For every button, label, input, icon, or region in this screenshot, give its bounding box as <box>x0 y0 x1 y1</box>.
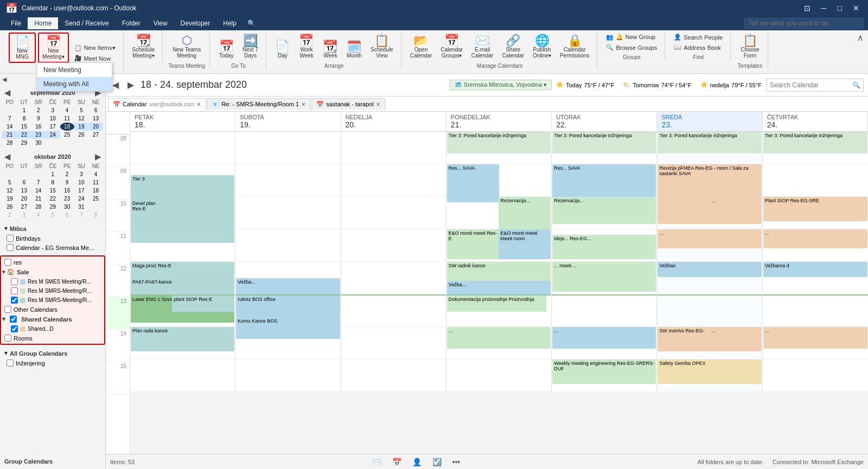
ponedeljak-14[interactable]: ... <box>446 327 551 359</box>
petak-14[interactable]: Plan rada kance <box>130 327 235 359</box>
month-view-button[interactable]: 🗓️ Month <box>343 38 365 61</box>
calendar-eg-item[interactable]: Calendar - EG Sremska Me... <box>4 243 101 252</box>
nav-more-btn[interactable]: ••• <box>449 457 464 467</box>
sale-item-3[interactable]: Res M SMRS-Meeting/R... <box>2 295 103 305</box>
dropdown-new-meeting[interactable]: New Meeting <box>37 63 112 77</box>
event-misc-ce[interactable]: ... <box>763 229 867 248</box>
inzenjering-item[interactable]: Inženjering <box>4 358 101 368</box>
tab-folder[interactable]: Folder <box>116 17 147 29</box>
sale-checkbox-2[interactable] <box>11 287 18 294</box>
ponedeljak-11[interactable]: E&O monti meeti Res-E E&O monti meeti Me… <box>446 229 551 262</box>
cetvrtak-10[interactable]: Plant SIOP Res-EG-SRE <box>763 197 868 229</box>
rooms-checkbox[interactable] <box>4 335 11 342</box>
inzenjering-checkbox[interactable] <box>7 359 14 367</box>
tab-re-meeting[interactable]: 📧 Re: - SMRS-Meeting/Room 1 ✕ <box>207 98 310 110</box>
cetvrtak-11[interactable]: ... <box>763 229 868 262</box>
calendar-permissions-button[interactable]: 🔒 CalendarPermissions <box>557 33 592 61</box>
schedule-view-button[interactable]: 📋 ScheduleView <box>367 33 397 61</box>
cetvrtak-14[interactable]: ... <box>763 327 868 359</box>
ponedeljak-13[interactable]: Dokumentacija proizvodnje Proizvodnja <box>446 294 551 327</box>
new-items-button[interactable]: 📋 New Items▾ <box>71 43 119 53</box>
event-sw-pon[interactable]: SW radnik kance <box>447 262 551 281</box>
sale-checkbox-1[interactable] <box>11 278 18 285</box>
subota-11[interactable] <box>235 229 340 262</box>
sreda-12[interactable]: Vežban <box>657 262 762 294</box>
choose-form-button[interactable]: 📋 ChooseForm <box>736 33 763 61</box>
tab-developer[interactable]: Developer <box>174 17 217 29</box>
new-teams-button[interactable]: ⬡ New TeamsMeeting <box>169 33 204 61</box>
week-view-button[interactable]: 📆 Week <box>320 38 341 61</box>
event-misc-sr[interactable]: ... <box>710 197 762 224</box>
event-misc-pon[interactable]: ... <box>447 327 551 349</box>
subota-08[interactable] <box>235 132 340 164</box>
all-group-calendars-header[interactable]: ▾ All Group Calendars <box>4 348 101 358</box>
ponedeljak-08[interactable]: Tier 3: Pored kancelarije inžnjeringa <box>446 132 551 164</box>
event-meeti-ut[interactable]: ... meeti ... <box>552 262 656 292</box>
event-rezervacija-pon[interactable]: Rezervacija... <box>499 197 551 229</box>
new-meeting-button[interactable]: 📅 NewMeeting▾ <box>38 33 69 63</box>
event-vezban-sr[interactable]: Vežban <box>658 262 761 277</box>
event-komu-subota[interactable]: Komu Kance BOS <box>236 317 340 339</box>
sreda-09[interactable]: Revizija pFMEA Res-EG - room / Sala za s… <box>657 164 762 197</box>
event-vezba-subota[interactable]: Vežba... <box>236 278 340 294</box>
nav-mail-btn[interactable]: ✉️ <box>369 457 385 467</box>
tab-re-close[interactable]: ✕ <box>301 101 305 107</box>
sreda-11[interactable]: ... <box>657 229 762 262</box>
tab-calendar-main[interactable]: 📅 Calendar user@outlook.com ✕ <box>108 98 206 110</box>
sreda-14[interactable]: SW overivs Res-EG- ... <box>657 327 762 359</box>
other-calendars-checkbox[interactable] <box>4 306 11 313</box>
tab-calendar-close[interactable]: ✕ <box>196 101 201 107</box>
cetvrtak-13[interactable] <box>763 294 868 327</box>
maximize-btn[interactable]: □ <box>834 4 845 12</box>
cetvrtak-09[interactable] <box>763 164 868 197</box>
utorak-10[interactable]: Rezervacija... <box>552 197 656 229</box>
event-res-sava-pon[interactable]: Res... SAVA <box>447 164 499 202</box>
new-appointment-button[interactable]: 📄 NewMNG <box>9 33 36 63</box>
ponedeljak-09[interactable]: Res... SAVA <box>446 164 551 197</box>
event-pa67-petak[interactable]: PA67-PA67-kance <box>131 278 234 294</box>
sidebar-collapse-btn[interactable]: ◀ <box>2 76 7 83</box>
nedelja-14[interactable] <box>341 327 446 359</box>
event-ideje-ut[interactable]: ideje... Res-EG... <box>552 235 656 259</box>
other-calendars-item[interactable]: Other Calendars <box>2 305 103 314</box>
ribbon-collapse-button[interactable]: ∧ <box>857 33 864 43</box>
event-plan-petak[interactable]: Plan rada kance <box>131 327 234 351</box>
nav-calendar-btn[interactable]: 📅 <box>389 457 405 467</box>
event-devel-petak[interactable]: Devel planRes-E <box>131 200 234 243</box>
petak-10[interactable]: Devel planRes-E <box>130 197 235 229</box>
oct-prev-btn[interactable]: ◀ <box>4 152 10 161</box>
restore-btn[interactable]: ⊡ <box>801 4 814 12</box>
sep-prev-btn[interactable]: ◀ <box>4 88 10 97</box>
event-safety-sr[interactable]: Safety Gemba OPEX <box>658 359 761 384</box>
subota-13[interactable]: rutiniz BOS office Komu Kance BOS <box>235 294 340 327</box>
nedelja-09[interactable] <box>341 164 446 197</box>
subota-12[interactable]: Vežba... <box>235 262 340 294</box>
dropdown-meeting-with-all[interactable]: Meeting with All <box>37 77 112 91</box>
event-maga-petak[interactable]: Maga proiz Res-E <box>131 262 234 278</box>
subota-09[interactable] <box>235 164 340 197</box>
calendar-eg-checkbox[interactable] <box>7 244 14 251</box>
utorak-08[interactable]: Tier 3: Pored kancelarije inžnjeringa <box>552 132 656 164</box>
event-misc2-sr[interactable]: ... <box>658 229 761 248</box>
tab-send-receive[interactable]: Send / Receive <box>58 17 115 29</box>
subota-10[interactable] <box>235 197 340 229</box>
petak-15[interactable] <box>130 359 235 392</box>
tab-help[interactable]: Help <box>216 17 243 29</box>
address-book-button[interactable]: 📖 Address Book <box>671 43 726 52</box>
event-plant-ce[interactable]: Plant SIOP Res-EG-SRE <box>763 197 867 221</box>
publish-online-button[interactable]: 🌐 PublishOnline▾ <box>529 33 554 61</box>
oct-next-btn[interactable]: ▶ <box>95 152 101 161</box>
close-btn[interactable]: ✕ <box>850 4 863 12</box>
new-group-button[interactable]: 👥 🔔 New Group <box>603 33 660 42</box>
cetvrtak-15[interactable] <box>763 359 868 392</box>
event-misc3-sr[interactable]: ... <box>710 327 762 351</box>
subota-15[interactable] <box>235 359 340 392</box>
tab-home[interactable]: Home <box>28 17 58 29</box>
meet-now-button[interactable]: 🎥 Meet Now <box>71 54 119 63</box>
petak-09[interactable]: Tier 3 <box>130 164 235 197</box>
sreda-15[interactable]: Safety Gemba OPEX <box>657 359 762 392</box>
event-rezerv-ut[interactable]: Rezervacija... <box>552 197 656 224</box>
nedelja-11[interactable] <box>341 229 446 262</box>
cetvrtak-12[interactable]: Vežbama d <box>763 262 868 294</box>
petak-12[interactable]: Maga proiz Res-E PA67-PA67-kance <box>130 262 235 294</box>
